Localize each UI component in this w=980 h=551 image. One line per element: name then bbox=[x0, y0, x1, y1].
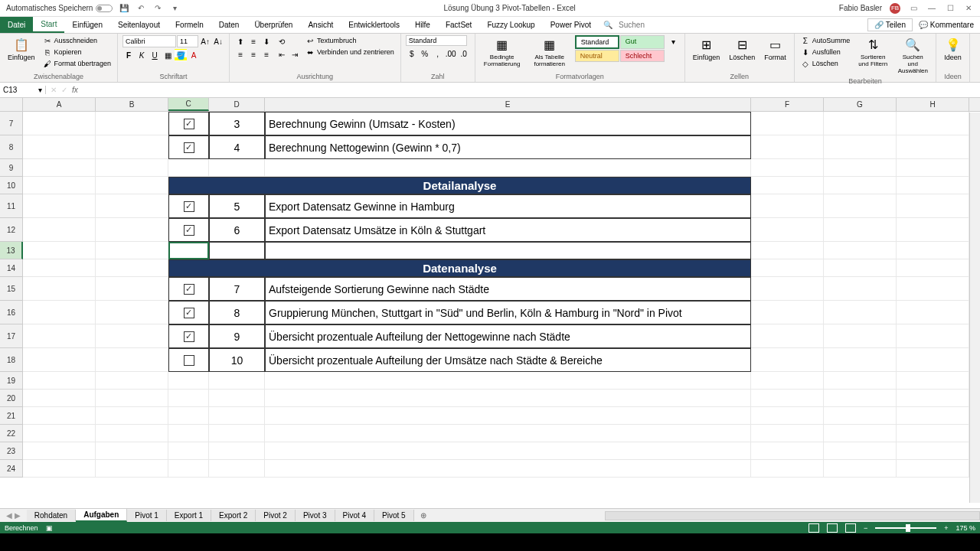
indent-increase-icon[interactable]: ⇥ bbox=[289, 48, 301, 60]
italic-button[interactable]: K bbox=[136, 49, 148, 61]
decrease-font-icon[interactable]: A↓ bbox=[212, 35, 224, 47]
add-sheet-button[interactable]: ⊕ bbox=[414, 511, 433, 520]
tab-powerpivot[interactable]: Power Pivot bbox=[543, 17, 599, 33]
zoom-out-button[interactable]: − bbox=[864, 524, 867, 532]
decrease-decimal-icon[interactable]: .0 bbox=[458, 47, 470, 60]
checkbox-7[interactable]: ✓ bbox=[184, 119, 194, 129]
align-right-icon[interactable]: ≡ bbox=[260, 48, 273, 60]
checkbox-12[interactable]: ✓ bbox=[184, 225, 194, 236]
save-icon[interactable]: 💾 bbox=[119, 3, 129, 14]
autosum-button[interactable]: ΣAutoSumme bbox=[799, 35, 852, 46]
minimize-icon[interactable]: — bbox=[926, 3, 937, 14]
tab-hilfe[interactable]: Hilfe bbox=[407, 17, 438, 33]
col-header-a[interactable]: A bbox=[23, 98, 96, 111]
ideas-button[interactable]: 💡Ideen bbox=[941, 35, 965, 63]
conditional-formatting-button[interactable]: ▦ Bedingte Formatierung bbox=[480, 35, 524, 69]
tab-start[interactable]: Start bbox=[33, 17, 64, 33]
user-avatar[interactable]: FB bbox=[890, 3, 900, 14]
paste-button[interactable]: 📋 Einfügen bbox=[5, 35, 38, 63]
increase-font-icon[interactable]: A↑ bbox=[199, 35, 211, 47]
row-header[interactable]: 15 bbox=[0, 277, 23, 301]
name-box-dropdown-icon[interactable]: ▾ bbox=[38, 86, 42, 94]
tab-daten[interactable]: Daten bbox=[211, 17, 247, 33]
col-header-g[interactable]: G bbox=[824, 98, 897, 111]
search-input[interactable] bbox=[617, 19, 663, 31]
sheet-tab-pivot1[interactable]: Pivot 1 bbox=[127, 510, 167, 521]
percent-icon[interactable]: % bbox=[419, 47, 431, 60]
macro-record-icon[interactable]: ▣ bbox=[46, 524, 53, 532]
checkbox-15[interactable]: ✓ bbox=[184, 284, 194, 295]
checkbox-17[interactable]: ✓ bbox=[184, 331, 194, 342]
align-bottom-icon[interactable]: ⬇ bbox=[260, 35, 273, 47]
cancel-formula-icon[interactable]: ✕ bbox=[51, 86, 57, 94]
view-normal-icon[interactable] bbox=[808, 523, 819, 533]
comma-icon[interactable]: , bbox=[432, 47, 444, 60]
fx-button[interactable]: fx bbox=[72, 86, 78, 94]
sheet-nav-prev[interactable]: ◀ ▶ bbox=[0, 511, 27, 520]
checkbox-8[interactable]: ✓ bbox=[184, 142, 194, 153]
row-header[interactable]: 10 bbox=[0, 177, 23, 194]
row-header[interactable]: 16 bbox=[0, 301, 23, 324]
zoom-slider[interactable] bbox=[875, 527, 936, 529]
border-button[interactable]: ▦ bbox=[162, 49, 174, 61]
insert-cells-button[interactable]: ⊞Einfügen bbox=[690, 35, 724, 63]
name-box[interactable]: C13 ▾ bbox=[0, 86, 46, 94]
sheet-tab-aufgaben[interactable]: Aufgaben bbox=[76, 509, 127, 522]
merge-button[interactable]: ⬌Verbinden und zentrieren bbox=[304, 47, 396, 57]
col-header-h[interactable]: H bbox=[897, 98, 969, 111]
close-icon[interactable]: ✕ bbox=[963, 3, 974, 14]
row-header[interactable]: 23 bbox=[0, 442, 23, 460]
copy-button[interactable]: ⎘Kopieren bbox=[41, 47, 113, 57]
section-header-detail[interactable]: Detailanalyse bbox=[168, 177, 751, 194]
selected-cell[interactable] bbox=[168, 242, 209, 259]
styles-more-icon[interactable]: ▾ bbox=[668, 35, 680, 47]
col-header-d[interactable]: D bbox=[209, 98, 265, 111]
checkbox-11[interactable]: ✓ bbox=[184, 201, 194, 212]
format-as-table-button[interactable]: ▦ Als Tabelle formatieren bbox=[528, 35, 572, 69]
sheet-tab-rohdaten[interactable]: Rohdaten bbox=[27, 510, 76, 521]
zoom-in-button[interactable]: + bbox=[944, 524, 948, 532]
fill-color-button[interactable]: 🪣 bbox=[175, 49, 187, 61]
fill-button[interactable]: ⬇Ausfüllen bbox=[799, 47, 852, 57]
tab-fuzzy[interactable]: Fuzzy Lookup bbox=[479, 17, 542, 33]
delete-cells-button[interactable]: ⊟Löschen bbox=[726, 35, 758, 63]
spreadsheet-grid[interactable]: 7✓3Berechnung Gewinn (Umsatz - Kosten) 8… bbox=[0, 112, 980, 494]
row-header[interactable]: 17 bbox=[0, 324, 23, 348]
orientation-icon[interactable]: ⟲ bbox=[276, 35, 288, 47]
view-layout-icon[interactable] bbox=[827, 523, 838, 533]
align-middle-icon[interactable]: ≡ bbox=[247, 35, 260, 47]
format-painter-button[interactable]: 🖌Format übertragen bbox=[41, 58, 113, 69]
font-color-button[interactable]: A bbox=[188, 49, 200, 61]
qat-dropdown-icon[interactable]: ▾ bbox=[169, 3, 180, 14]
font-name-select[interactable] bbox=[122, 35, 176, 47]
toggle-switch[interactable] bbox=[96, 5, 113, 12]
style-gut[interactable]: Gut bbox=[620, 35, 665, 49]
col-header-c[interactable]: C bbox=[168, 98, 209, 111]
comments-button[interactable]: 💬 Kommentare bbox=[919, 21, 974, 29]
row-header[interactable]: 21 bbox=[0, 407, 23, 425]
tab-seitenlayout[interactable]: Seitenlayout bbox=[110, 17, 168, 33]
align-top-icon[interactable]: ⬆ bbox=[234, 35, 247, 47]
clear-button[interactable]: ◇Löschen bbox=[799, 58, 852, 69]
sort-filter-button[interactable]: ⇅Sortieren und Filtern bbox=[854, 35, 891, 69]
search-icon[interactable]: 🔍 bbox=[599, 21, 617, 29]
indent-decrease-icon[interactable]: ⇤ bbox=[276, 48, 288, 60]
row-header[interactable]: 20 bbox=[0, 390, 23, 407]
bold-button[interactable]: F bbox=[122, 49, 135, 61]
tab-entwicklertools[interactable]: Entwicklertools bbox=[341, 17, 407, 33]
currency-icon[interactable]: $ bbox=[406, 47, 418, 60]
user-name[interactable]: Fabio Basler bbox=[839, 4, 882, 12]
sheet-tab-pivot2[interactable]: Pivot 2 bbox=[256, 510, 296, 521]
col-header-f[interactable]: F bbox=[751, 98, 824, 111]
tab-factset[interactable]: FactSet bbox=[438, 17, 479, 33]
undo-icon[interactable]: ↶ bbox=[136, 3, 146, 14]
style-neutral[interactable]: Neutral bbox=[575, 50, 619, 62]
checkbox-16[interactable]: ✓ bbox=[184, 308, 194, 318]
find-select-button[interactable]: 🔍Suchen und Auswählen bbox=[894, 35, 931, 76]
horizontal-scrollbar[interactable] bbox=[605, 511, 980, 520]
zoom-level[interactable]: 175 % bbox=[956, 524, 975, 532]
accept-formula-icon[interactable]: ✓ bbox=[61, 86, 67, 94]
sheet-tab-export2[interactable]: Export 2 bbox=[211, 510, 256, 521]
formula-input[interactable] bbox=[83, 86, 975, 94]
align-left-icon[interactable]: ≡ bbox=[234, 48, 247, 60]
